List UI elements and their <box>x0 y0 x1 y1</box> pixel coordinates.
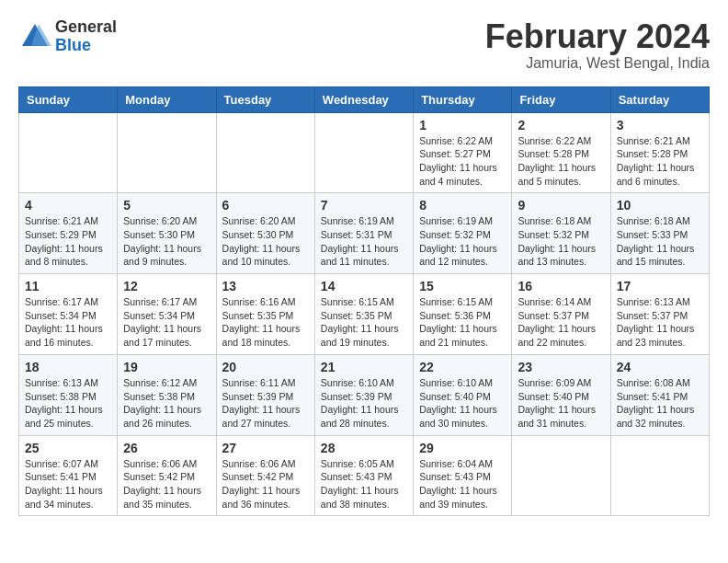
day-number: 7 <box>321 198 407 213</box>
title-block: February 2024 Jamuria, West Bengal, Indi… <box>485 18 710 72</box>
day-info: Sunrise: 6:07 AM Sunset: 5:41 PM Dayligh… <box>25 457 111 511</box>
calendar-day-header: Monday <box>118 86 216 112</box>
day-info: Sunrise: 6:04 AM Sunset: 5:43 PM Dayligh… <box>419 457 506 511</box>
logo-text: General Blue <box>55 18 117 55</box>
day-info: Sunrise: 6:21 AM Sunset: 5:29 PM Dayligh… <box>25 214 111 269</box>
calendar-cell <box>19 112 118 193</box>
logo: General Blue <box>18 18 117 55</box>
calendar-table: SundayMondayTuesdayWednesdayThursdayFrid… <box>18 86 710 517</box>
day-info: Sunrise: 6:17 AM Sunset: 5:34 PM Dayligh… <box>25 295 111 350</box>
day-number: 16 <box>518 279 604 293</box>
calendar-cell <box>216 112 314 193</box>
calendar-cell: 5Sunrise: 6:20 AM Sunset: 5:30 PM Daylig… <box>118 193 216 274</box>
day-number: 1 <box>419 118 506 132</box>
calendar-cell: 3Sunrise: 6:21 AM Sunset: 5:28 PM Daylig… <box>610 112 709 193</box>
calendar-cell <box>314 112 413 193</box>
subtitle: Jamuria, West Bengal, India <box>485 55 710 72</box>
calendar-cell: 13Sunrise: 6:16 AM Sunset: 5:35 PM Dayli… <box>216 274 314 355</box>
calendar-cell: 25Sunrise: 6:07 AM Sunset: 5:41 PM Dayli… <box>19 435 118 516</box>
day-number: 26 <box>123 441 210 455</box>
day-info: Sunrise: 6:05 AM Sunset: 5:43 PM Dayligh… <box>321 457 407 511</box>
day-number: 18 <box>25 360 111 374</box>
calendar-day-header: Thursday <box>414 86 512 112</box>
day-info: Sunrise: 6:18 AM Sunset: 5:33 PM Dayligh… <box>617 214 703 269</box>
day-number: 28 <box>321 441 407 455</box>
calendar-cell: 26Sunrise: 6:06 AM Sunset: 5:42 PM Dayli… <box>118 435 216 516</box>
calendar-cell: 16Sunrise: 6:14 AM Sunset: 5:37 PM Dayli… <box>512 274 610 355</box>
calendar-day-header: Wednesday <box>314 86 413 112</box>
logo-blue: Blue <box>55 36 91 54</box>
logo-general: General <box>55 17 117 36</box>
day-number: 19 <box>123 360 210 374</box>
calendar-cell: 29Sunrise: 6:04 AM Sunset: 5:43 PM Dayli… <box>414 435 512 516</box>
day-info: Sunrise: 6:15 AM Sunset: 5:36 PM Dayligh… <box>419 295 506 350</box>
calendar-day-header: Sunday <box>19 86 118 112</box>
day-info: Sunrise: 6:11 AM Sunset: 5:39 PM Dayligh… <box>222 376 309 431</box>
day-info: Sunrise: 6:06 AM Sunset: 5:42 PM Dayligh… <box>123 457 210 511</box>
calendar-cell: 1Sunrise: 6:22 AM Sunset: 5:27 PM Daylig… <box>414 112 512 193</box>
day-info: Sunrise: 6:19 AM Sunset: 5:32 PM Dayligh… <box>419 214 506 269</box>
day-number: 5 <box>123 198 210 213</box>
day-number: 21 <box>321 360 407 374</box>
calendar-week-row: 1Sunrise: 6:22 AM Sunset: 5:27 PM Daylig… <box>19 112 710 193</box>
day-info: Sunrise: 6:18 AM Sunset: 5:32 PM Dayligh… <box>518 214 604 269</box>
calendar-cell: 14Sunrise: 6:15 AM Sunset: 5:35 PM Dayli… <box>314 274 413 355</box>
day-number: 11 <box>25 279 111 293</box>
calendar-cell: 9Sunrise: 6:18 AM Sunset: 5:32 PM Daylig… <box>512 193 610 274</box>
day-number: 27 <box>222 441 309 455</box>
page-header: General Blue February 2024 Jamuria, West… <box>18 18 710 72</box>
calendar-week-row: 4Sunrise: 6:21 AM Sunset: 5:29 PM Daylig… <box>19 193 710 274</box>
day-number: 24 <box>617 360 703 374</box>
day-info: Sunrise: 6:20 AM Sunset: 5:30 PM Dayligh… <box>222 214 309 269</box>
calendar-day-header: Tuesday <box>216 86 314 112</box>
day-number: 13 <box>222 279 309 293</box>
day-info: Sunrise: 6:10 AM Sunset: 5:40 PM Dayligh… <box>419 376 506 431</box>
calendar-cell: 8Sunrise: 6:19 AM Sunset: 5:32 PM Daylig… <box>414 193 512 274</box>
calendar-week-row: 18Sunrise: 6:13 AM Sunset: 5:38 PM Dayli… <box>19 354 710 435</box>
day-number: 22 <box>419 360 506 374</box>
calendar-cell: 11Sunrise: 6:17 AM Sunset: 5:34 PM Dayli… <box>19 274 118 355</box>
day-number: 15 <box>419 279 506 293</box>
day-info: Sunrise: 6:22 AM Sunset: 5:27 PM Dayligh… <box>419 134 506 189</box>
day-info: Sunrise: 6:20 AM Sunset: 5:30 PM Dayligh… <box>123 214 210 269</box>
day-number: 17 <box>617 279 703 293</box>
calendar-cell <box>512 435 610 516</box>
day-number: 10 <box>617 198 703 213</box>
calendar-cell: 19Sunrise: 6:12 AM Sunset: 5:38 PM Dayli… <box>118 354 216 435</box>
calendar-cell: 23Sunrise: 6:09 AM Sunset: 5:40 PM Dayli… <box>512 354 610 435</box>
day-number: 2 <box>518 118 604 132</box>
day-number: 20 <box>222 360 309 374</box>
day-info: Sunrise: 6:09 AM Sunset: 5:40 PM Dayligh… <box>518 376 604 431</box>
calendar-cell: 6Sunrise: 6:20 AM Sunset: 5:30 PM Daylig… <box>216 193 314 274</box>
calendar-cell: 7Sunrise: 6:19 AM Sunset: 5:31 PM Daylig… <box>314 193 413 274</box>
day-number: 12 <box>123 279 210 293</box>
day-info: Sunrise: 6:17 AM Sunset: 5:34 PM Dayligh… <box>123 295 210 350</box>
day-info: Sunrise: 6:14 AM Sunset: 5:37 PM Dayligh… <box>518 295 604 350</box>
calendar-cell: 20Sunrise: 6:11 AM Sunset: 5:39 PM Dayli… <box>216 354 314 435</box>
calendar-day-header: Saturday <box>610 86 709 112</box>
day-number: 8 <box>419 198 506 213</box>
main-title: February 2024 <box>485 18 710 55</box>
day-number: 23 <box>518 360 604 374</box>
calendar-cell: 2Sunrise: 6:22 AM Sunset: 5:28 PM Daylig… <box>512 112 610 193</box>
calendar-cell: 12Sunrise: 6:17 AM Sunset: 5:34 PM Dayli… <box>118 274 216 355</box>
day-info: Sunrise: 6:16 AM Sunset: 5:35 PM Dayligh… <box>222 295 309 350</box>
day-info: Sunrise: 6:12 AM Sunset: 5:38 PM Dayligh… <box>123 376 210 431</box>
day-number: 25 <box>25 441 111 455</box>
day-number: 9 <box>518 198 604 213</box>
day-number: 29 <box>419 441 506 455</box>
day-info: Sunrise: 6:22 AM Sunset: 5:28 PM Dayligh… <box>518 134 604 189</box>
day-info: Sunrise: 6:19 AM Sunset: 5:31 PM Dayligh… <box>321 214 407 269</box>
day-number: 14 <box>321 279 407 293</box>
calendar-week-row: 25Sunrise: 6:07 AM Sunset: 5:41 PM Dayli… <box>19 435 710 516</box>
calendar-cell: 21Sunrise: 6:10 AM Sunset: 5:39 PM Dayli… <box>314 354 413 435</box>
logo-icon <box>18 20 51 53</box>
day-info: Sunrise: 6:21 AM Sunset: 5:28 PM Dayligh… <box>617 134 703 189</box>
day-info: Sunrise: 6:08 AM Sunset: 5:41 PM Dayligh… <box>617 376 703 431</box>
calendar-cell: 18Sunrise: 6:13 AM Sunset: 5:38 PM Dayli… <box>19 354 118 435</box>
calendar-cell: 10Sunrise: 6:18 AM Sunset: 5:33 PM Dayli… <box>610 193 709 274</box>
day-number: 4 <box>25 198 111 213</box>
calendar-cell <box>610 435 709 516</box>
day-info: Sunrise: 6:15 AM Sunset: 5:35 PM Dayligh… <box>321 295 407 350</box>
calendar-cell: 28Sunrise: 6:05 AM Sunset: 5:43 PM Dayli… <box>314 435 413 516</box>
